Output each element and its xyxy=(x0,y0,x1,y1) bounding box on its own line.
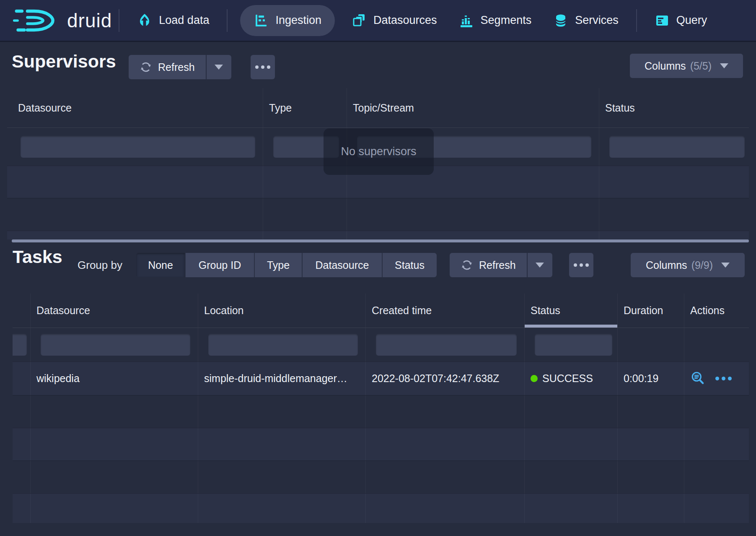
column-header-status[interactable]: Status xyxy=(599,88,749,127)
load-data-icon xyxy=(137,13,152,28)
supervisors-refresh-button[interactable]: Refresh xyxy=(129,55,206,79)
nav-item-segments[interactable]: Segments xyxy=(448,0,543,41)
nav-item-ingestion[interactable]: Ingestion xyxy=(240,5,335,36)
refresh-icon xyxy=(461,259,473,271)
druid-console: druid Load data Ingestion xyxy=(0,0,756,536)
supervisors-refresh-dropdown-button[interactable] xyxy=(206,55,231,79)
nav-item-label: Datasources xyxy=(373,14,437,27)
tasks-columns-button[interactable]: Columns (9/9) xyxy=(631,253,745,277)
column-header-topic-stream[interactable]: Topic/Stream xyxy=(347,88,599,127)
filter-datasource-input[interactable] xyxy=(21,136,255,158)
task-actions xyxy=(684,362,749,395)
task-duration: 0:00:19 xyxy=(618,362,684,395)
column-header-blank xyxy=(13,294,31,328)
supervisors-refresh-group: Refresh xyxy=(129,55,231,79)
tasks-filter-row xyxy=(13,328,749,362)
task-status: SUCCESS xyxy=(525,362,618,395)
nav-item-load-data[interactable]: Load data xyxy=(126,0,220,41)
empty-row xyxy=(13,461,749,493)
caret-down-icon xyxy=(721,263,730,268)
nav-item-datasources[interactable]: Datasources xyxy=(341,0,448,41)
column-header-duration[interactable]: Duration xyxy=(618,294,684,328)
refresh-label: Refresh xyxy=(479,259,516,271)
nav-divider xyxy=(636,9,637,32)
columns-count: (5/5) xyxy=(690,60,712,72)
nav-divider xyxy=(227,9,228,32)
more-icon xyxy=(255,65,270,69)
refresh-label: Refresh xyxy=(158,61,195,73)
task-row-wikipedia[interactable]: wikipedia simple-druid-middlemanager… 20… xyxy=(13,362,749,395)
query-icon xyxy=(655,13,670,28)
supervisors-header-row: Datasource Type Topic/Stream Status xyxy=(7,88,749,128)
filter-status-input[interactable] xyxy=(609,136,745,158)
no-supervisors-message: No supervisors xyxy=(324,128,434,175)
tasks-more-button[interactable] xyxy=(569,253,593,277)
group-by-segmented-control: None Group ID Type Datasource Status xyxy=(136,253,437,277)
columns-label: Columns xyxy=(646,259,687,271)
druid-logo-icon xyxy=(13,6,60,35)
empty-row xyxy=(13,395,749,428)
datasources-icon xyxy=(352,13,367,28)
empty-row xyxy=(7,198,749,231)
nav-item-label: Load data xyxy=(159,14,209,27)
supervisors-title: Supervisors xyxy=(12,51,116,72)
top-nav: druid Load data Ingestion xyxy=(0,0,756,42)
filter-created-time-input[interactable] xyxy=(376,334,517,356)
tasks-table: Datasource Location Created time Status … xyxy=(13,294,749,523)
nav-divider xyxy=(119,9,119,32)
ingestion-icon xyxy=(254,13,269,28)
group-by-datasource-button[interactable]: Datasource xyxy=(303,253,383,277)
task-datasource: wikipedia xyxy=(31,362,198,395)
empty-row xyxy=(7,231,749,239)
columns-count: (9/9) xyxy=(691,259,713,271)
tasks-refresh-group: Refresh xyxy=(450,253,552,277)
services-icon xyxy=(553,13,568,28)
horizontal-scrollbar[interactable] xyxy=(12,239,749,242)
segments-icon xyxy=(459,13,474,28)
task-created-time: 2022-08-02T07:42:47.638Z xyxy=(366,362,525,395)
caret-down-icon xyxy=(215,65,223,70)
column-header-status[interactable]: Status xyxy=(525,294,618,328)
task-location: simple-druid-middlemanager… xyxy=(198,362,366,395)
nav-item-label: Query xyxy=(676,14,707,27)
refresh-icon xyxy=(140,61,152,73)
logo-text: druid xyxy=(67,9,112,32)
tasks-title: Tasks xyxy=(13,247,62,267)
caret-down-icon xyxy=(720,63,728,68)
filter-clipped-input[interactable] xyxy=(13,334,27,356)
column-header-datasource[interactable]: Datasource xyxy=(7,88,263,127)
druid-logo[interactable]: druid xyxy=(13,6,112,35)
group-by-none-button[interactable]: None xyxy=(136,253,186,277)
column-header-type[interactable]: Type xyxy=(263,88,347,127)
empty-row xyxy=(13,493,749,523)
group-by-type-button[interactable]: Type xyxy=(255,253,303,277)
empty-row xyxy=(13,428,749,461)
status-label: SUCCESS xyxy=(542,372,593,385)
caret-down-icon xyxy=(536,263,544,268)
supervisors-more-button[interactable] xyxy=(251,55,275,79)
nav-item-label: Segments xyxy=(481,14,532,27)
tasks-refresh-button[interactable]: Refresh xyxy=(450,253,527,277)
nav-item-query[interactable]: Query xyxy=(644,0,718,41)
nav-item-services[interactable]: Services xyxy=(542,0,629,41)
more-actions-button[interactable] xyxy=(715,377,732,380)
nav-item-label: Ingestion xyxy=(275,14,321,27)
group-by-status-button[interactable]: Status xyxy=(383,253,437,277)
view-logs-button[interactable] xyxy=(690,371,706,387)
column-header-created-time[interactable]: Created time xyxy=(366,294,525,328)
tasks-refresh-dropdown-button[interactable] xyxy=(527,253,552,277)
filter-status-input[interactable] xyxy=(535,334,612,356)
supervisors-columns-button[interactable]: Columns (5/5) xyxy=(630,54,743,78)
sort-indicator xyxy=(525,325,617,328)
column-header-datasource[interactable]: Datasource xyxy=(31,294,198,328)
success-status-dot xyxy=(531,375,538,382)
column-header-actions[interactable]: Actions xyxy=(684,294,749,328)
tasks-header-row: Datasource Location Created time Status … xyxy=(13,294,749,328)
filter-location-input[interactable] xyxy=(208,334,358,356)
group-by-group-id-button[interactable]: Group ID xyxy=(186,253,255,277)
column-header-location[interactable]: Location xyxy=(198,294,366,328)
filter-datasource-input[interactable] xyxy=(41,334,190,356)
columns-label: Columns xyxy=(645,60,686,72)
more-icon xyxy=(574,263,589,267)
view-logs-icon xyxy=(690,371,706,387)
